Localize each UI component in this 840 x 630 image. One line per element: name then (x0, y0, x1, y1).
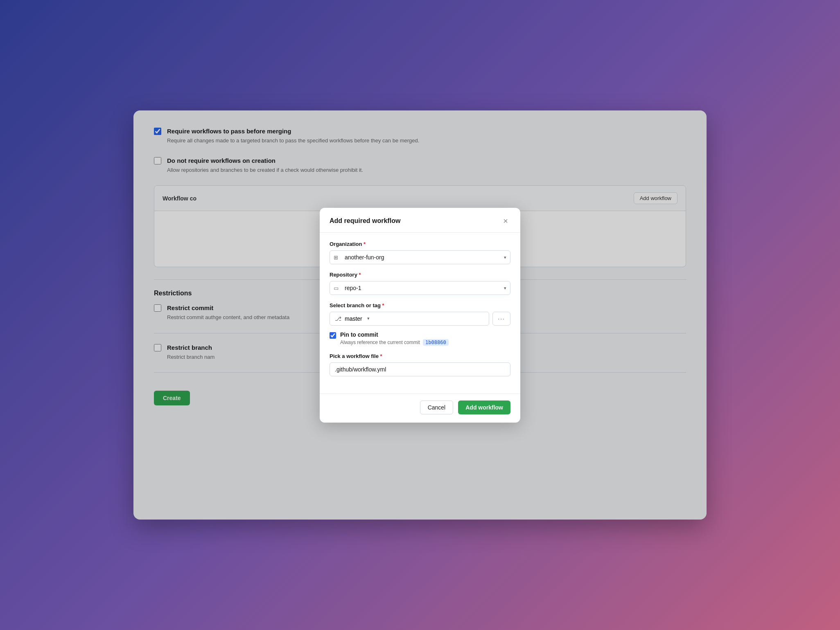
branch-dots-button[interactable]: ··· (492, 312, 510, 326)
workflow-file-input[interactable] (330, 362, 510, 376)
modal-add-workflow-button[interactable]: Add workflow (458, 400, 510, 414)
pin-to-commit-label: Pin to commit (340, 331, 449, 338)
repository-label: Repository * (330, 272, 510, 278)
repository-select[interactable]: repo-1 (330, 281, 510, 295)
modal-body: Organization * ⊞ another-fun-org ▾ Repos… (320, 233, 520, 394)
modal-cancel-button[interactable]: Cancel (420, 400, 454, 414)
branch-tag-label: Select branch or tag * (330, 302, 510, 308)
repository-field: Repository * ▭ repo-1 ▾ (330, 272, 510, 295)
branch-chevron-icon: ▾ (367, 316, 370, 321)
branch-selector[interactable]: ⎇ master ▾ (330, 312, 489, 326)
modal-title: Add required workflow (330, 217, 400, 225)
repository-select-wrapper: ▭ repo-1 ▾ (330, 281, 510, 295)
pin-to-commit-row: Pin to commit Always reference the curre… (330, 331, 510, 346)
workflow-file-field: Pick a workflow file * (330, 353, 510, 376)
modal-header: Add required workflow × (320, 208, 520, 233)
organization-select-wrapper: ⊞ another-fun-org ▾ (330, 250, 510, 264)
organization-label: Organization * (330, 241, 510, 247)
branch-row: ⎇ master ▾ ··· (330, 312, 510, 326)
pin-to-commit-checkbox[interactable] (330, 332, 336, 339)
workflow-file-label: Pick a workflow file * (330, 353, 510, 359)
modal-footer: Cancel Add workflow (320, 394, 520, 423)
commit-hash-badge: 1b08860 (423, 339, 449, 346)
organization-select[interactable]: another-fun-org (330, 250, 510, 264)
branch-tag-field: Select branch or tag * ⎇ master ▾ ··· (330, 302, 510, 346)
pin-to-commit-desc: Always reference the current commit 1b08… (340, 339, 449, 346)
branch-icon: ⎇ (335, 315, 341, 322)
branch-value: master (345, 315, 362, 322)
modal-dialog: Add required workflow × Organization * ⊞… (320, 208, 520, 423)
modal-close-button[interactable]: × (501, 216, 510, 226)
modal-overlay: Add required workflow × Organization * ⊞… (133, 110, 707, 520)
organization-field: Organization * ⊞ another-fun-org ▾ (330, 241, 510, 264)
